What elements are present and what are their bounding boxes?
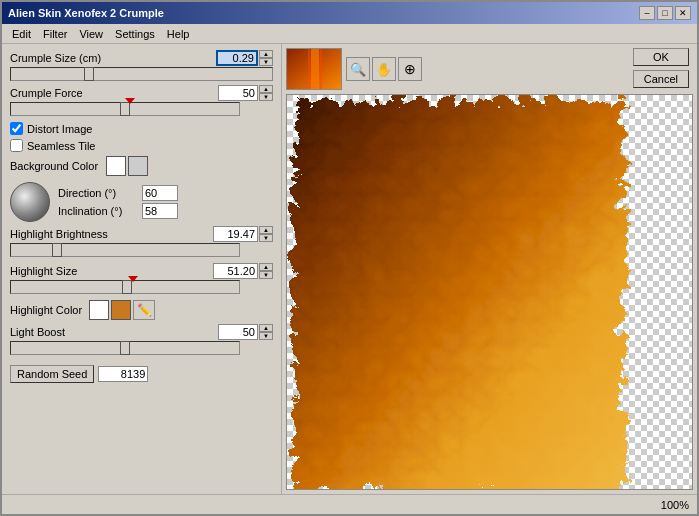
menu-help[interactable]: Help — [161, 27, 196, 41]
highlight-brightness-label: Highlight Brightness — [10, 228, 108, 240]
hb-up[interactable]: ▲ — [259, 226, 273, 234]
highlight-size-slider[interactable] — [10, 280, 240, 294]
crumple-force-label: Crumple Force — [10, 87, 83, 99]
ok-button[interactable]: OK — [633, 48, 689, 66]
crumple-size-slider[interactable] — [10, 67, 273, 81]
thumbnail — [286, 48, 342, 90]
background-color-label: Background Color — [10, 160, 98, 172]
light-boost-spinner: ▲ ▼ — [259, 324, 273, 340]
thumbnail-svg — [287, 49, 342, 90]
highlight-size-spinner: ▲ ▼ — [259, 263, 273, 279]
highlight-brightness-slider[interactable] — [10, 243, 240, 257]
random-seed-row: Random Seed — [10, 365, 273, 383]
highlight-brightness-spinner: ▲ ▼ — [259, 226, 273, 242]
light-boost-slider[interactable] — [10, 341, 240, 355]
crumple-force-spinner: ▲ ▼ — [259, 85, 273, 101]
menu-settings[interactable]: Settings — [109, 27, 161, 41]
crumple-size-input[interactable] — [216, 50, 258, 66]
crumple-preview-svg — [287, 95, 692, 489]
highlight-brightness-input[interactable] — [213, 226, 258, 242]
highlight-size-input[interactable] — [213, 263, 258, 279]
zoom-label: 100% — [661, 499, 689, 511]
cancel-button[interactable]: Cancel — [633, 70, 689, 88]
menu-view[interactable]: View — [73, 27, 109, 41]
tool-icons: 🔍 ✋ ⊕ — [346, 57, 422, 81]
random-seed-input[interactable] — [98, 366, 148, 382]
highlight-color-row: Highlight Color ✏️ — [10, 300, 273, 320]
close-button[interactable]: ✕ — [675, 6, 691, 20]
zoom-in-button[interactable]: 🔍 — [346, 57, 370, 81]
light-boost-input[interactable] — [218, 324, 258, 340]
highlight-brightness-row: Highlight Brightness ▲ ▼ — [10, 226, 273, 259]
crumple-force-down[interactable]: ▼ — [259, 93, 273, 101]
lb-up[interactable]: ▲ — [259, 324, 273, 332]
hs-down[interactable]: ▼ — [259, 271, 273, 279]
main-window: Alien Skin Xenofex 2 Crumple – □ ✕ Edit … — [0, 0, 699, 516]
title-bar: Alien Skin Xenofex 2 Crumple – □ ✕ — [2, 2, 697, 24]
maximize-button[interactable]: □ — [657, 6, 673, 20]
pan-icon: ✋ — [376, 62, 392, 77]
main-content: Crumple Size (cm) ▲ ▼ Crumple Fo — [2, 44, 697, 494]
bottom-bar: 100% — [2, 494, 697, 514]
zoom-in-icon: 🔍 — [350, 62, 366, 77]
zoom-fit-icon: ⊕ — [404, 61, 416, 77]
highlight-color-swatch-brown[interactable] — [111, 300, 131, 320]
distort-image-label: Distort Image — [27, 123, 92, 135]
direction-fields: Direction (°) Inclination (°) — [58, 185, 273, 219]
size-arrow-indicator — [128, 276, 138, 282]
crumple-force-up[interactable]: ▲ — [259, 85, 273, 93]
crumple-size-label: Crumple Size (cm) — [10, 52, 101, 64]
background-color-row: Background Color — [10, 156, 273, 176]
highlight-color-label: Highlight Color — [10, 304, 82, 316]
inclination-field-row: Inclination (°) — [58, 203, 273, 219]
force-arrow-indicator — [125, 98, 135, 104]
crumple-force-slider[interactable] — [10, 102, 240, 116]
minimize-button[interactable]: – — [639, 6, 655, 20]
ok-cancel-area: OK Cancel — [633, 48, 689, 88]
crumple-size-spinner: ▲ ▼ — [259, 50, 273, 66]
svg-rect-9 — [287, 95, 619, 489]
highlight-size-row: Highlight Size ▲ ▼ — [10, 263, 273, 296]
light-boost-row: Light Boost ▲ ▼ — [10, 324, 273, 357]
seamless-tile-row: Seamless Tile — [10, 139, 273, 152]
inclination-label: Inclination (°) — [58, 205, 138, 217]
direction-field-row: Direction (°) — [58, 185, 273, 201]
distort-image-checkbox[interactable] — [10, 122, 23, 135]
svg-rect-1 — [311, 49, 319, 90]
background-color-swatch1[interactable] — [106, 156, 126, 176]
crumple-size-row: Crumple Size (cm) ▲ ▼ — [10, 50, 273, 81]
direction-inclination-row: Direction (°) Inclination (°) — [10, 182, 273, 222]
highlight-size-label: Highlight Size — [10, 265, 77, 277]
highlight-color-picker-btn[interactable]: ✏️ — [133, 300, 155, 320]
preview-canvas[interactable] — [286, 94, 693, 490]
menu-edit[interactable]: Edit — [6, 27, 37, 41]
highlight-color-swatch-white[interactable] — [89, 300, 109, 320]
random-seed-button[interactable]: Random Seed — [10, 365, 94, 383]
right-panel: 🔍 ✋ ⊕ — [282, 44, 697, 494]
seamless-tile-label: Seamless Tile — [27, 140, 95, 152]
pan-button[interactable]: ✋ — [372, 57, 396, 81]
hb-down[interactable]: ▼ — [259, 234, 273, 242]
crumple-force-row: Crumple Force ▲ ▼ — [10, 85, 273, 118]
hs-up[interactable]: ▲ — [259, 263, 273, 271]
sphere-preview — [10, 182, 50, 222]
distort-image-row: Distort Image — [10, 122, 273, 135]
left-panel: Crumple Size (cm) ▲ ▼ Crumple Fo — [2, 44, 282, 494]
direction-label: Direction (°) — [58, 187, 138, 199]
title-bar-buttons: – □ ✕ — [639, 6, 691, 20]
window-title: Alien Skin Xenofex 2 Crumple — [8, 7, 164, 19]
lb-down[interactable]: ▼ — [259, 332, 273, 340]
menu-filter[interactable]: Filter — [37, 27, 73, 41]
inclination-input[interactable] — [142, 203, 178, 219]
crumple-size-up[interactable]: ▲ — [259, 50, 273, 58]
background-color-swatch2[interactable] — [128, 156, 148, 176]
zoom-fit-button[interactable]: ⊕ — [398, 57, 422, 81]
seamless-tile-checkbox[interactable] — [10, 139, 23, 152]
light-boost-label: Light Boost — [10, 326, 65, 338]
menu-bar: Edit Filter View Settings Help — [2, 24, 697, 44]
crumple-size-down[interactable]: ▼ — [259, 58, 273, 66]
crumple-force-input[interactable] — [218, 85, 258, 101]
direction-input[interactable] — [142, 185, 178, 201]
